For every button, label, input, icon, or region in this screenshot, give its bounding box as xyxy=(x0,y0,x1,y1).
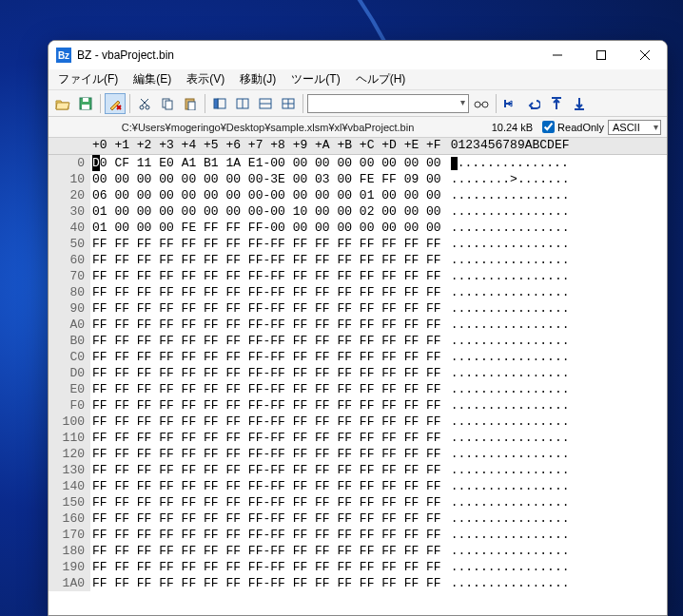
readonly-checkbox[interactable] xyxy=(542,121,555,133)
ascii-cell[interactable]: ................ xyxy=(441,333,570,349)
layout-grid-button[interactable] xyxy=(278,93,299,114)
menu-file[interactable]: ファイル(F) xyxy=(52,69,124,89)
bytes-cell[interactable]: 06 00 00 00 00 00 00 00-00 00 00 00 01 0… xyxy=(90,187,441,203)
hex-row[interactable]: 1A0FF FF FF FF FF FF FF FF-FF FF FF FF F… xyxy=(49,575,667,591)
bytes-cell[interactable]: 01 00 00 00 FE FF FF FF-00 00 00 00 00 0… xyxy=(90,220,441,236)
bytes-cell[interactable]: FF FF FF FF FF FF FF FF-FF FF FF FF FF F… xyxy=(90,397,441,414)
ascii-cell[interactable]: ................ xyxy=(441,559,570,575)
ascii-cell[interactable]: ............... xyxy=(441,155,569,171)
jump-start-button[interactable] xyxy=(500,93,521,114)
ascii-cell[interactable]: ................ xyxy=(441,236,570,252)
hex-row[interactable]: 150FF FF FF FF FF FF FF FF-FF FF FF FF F… xyxy=(49,494,667,510)
layout-split-h-button[interactable] xyxy=(232,93,253,114)
search-combo[interactable] xyxy=(307,94,469,113)
open-button[interactable] xyxy=(52,93,73,114)
bytes-cell[interactable]: FF FF FF FF FF FF FF FF-FF FF FF FF FF F… xyxy=(90,575,441,591)
ascii-cell[interactable]: ................ xyxy=(441,575,570,591)
bytes-cell[interactable]: FF FF FF FF FF FF FF FF-FF FF FF FF FF F… xyxy=(90,446,441,462)
bytes-cell[interactable]: FF FF FF FF FF FF FF FF-FF FF FF FF FF F… xyxy=(90,300,441,317)
menu-tool[interactable]: ツール(T) xyxy=(285,69,345,89)
copy-button[interactable] xyxy=(157,93,178,114)
bytes-cell[interactable]: 01 00 00 00 00 00 00 00-00 10 00 00 02 0… xyxy=(90,203,441,220)
ascii-cell[interactable]: ................ xyxy=(441,284,570,300)
maximize-button[interactable] xyxy=(579,41,623,69)
ascii-cell[interactable]: ................ xyxy=(441,430,570,446)
bytes-cell[interactable]: FF FF FF FF FF FF FF FF-FF FF FF FF FF F… xyxy=(90,527,441,543)
find-button[interactable] xyxy=(471,93,492,114)
bytes-cell[interactable]: FF FF FF FF FF FF FF FF-FF FF FF FF FF F… xyxy=(90,381,441,397)
bytes-cell[interactable]: 00 00 00 00 00 00 00 00-3E 00 03 00 FE F… xyxy=(90,171,441,187)
minimize-button[interactable] xyxy=(536,41,579,69)
hex-row[interactable]: C0FF FF FF FF FF FF FF FF-FF FF FF FF FF… xyxy=(49,349,667,365)
bytes-cell[interactable]: D0 CF 11 E0 A1 B1 1A E1-00 00 00 00 00 0… xyxy=(90,155,441,171)
encoding-select[interactable]: ASCII xyxy=(608,120,661,135)
bytes-cell[interactable]: FF FF FF FF FF FF FF FF-FF FF FF FF FF F… xyxy=(90,284,441,300)
hex-row[interactable]: 170FF FF FF FF FF FF FF FF-FF FF FF FF F… xyxy=(49,527,667,543)
bytes-cell[interactable]: FF FF FF FF FF FF FF FF-FF FF FF FF FF F… xyxy=(90,349,441,365)
hex-row[interactable]: A0FF FF FF FF FF FF FF FF-FF FF FF FF FF… xyxy=(49,317,667,333)
bytes-cell[interactable]: FF FF FF FF FF FF FF FF-FF FF FF FF FF F… xyxy=(90,414,441,430)
cut-button[interactable] xyxy=(134,93,155,114)
edit-mode-button[interactable] xyxy=(105,93,126,114)
paste-button[interactable] xyxy=(180,93,201,114)
ascii-cell[interactable]: ................ xyxy=(441,268,570,284)
ascii-cell[interactable]: ................ xyxy=(441,527,570,543)
bytes-cell[interactable]: FF FF FF FF FF FF FF FF-FF FF FF FF FF F… xyxy=(90,365,441,381)
hex-row[interactable]: F0FF FF FF FF FF FF FF FF-FF FF FF FF FF… xyxy=(49,397,667,414)
hex-row[interactable]: 2006 00 00 00 00 00 00 00-00 00 00 00 01… xyxy=(49,187,667,203)
title-bar[interactable]: Bz BZ - vbaProject.bin xyxy=(49,41,667,69)
bytes-cell[interactable]: FF FF FF FF FF FF FF FF-FF FF FF FF FF F… xyxy=(90,333,441,349)
hex-view[interactable]: 0D0 CF 11 E0 A1 B1 1A E1-00 00 00 00 00 … xyxy=(49,155,667,615)
hex-row[interactable]: 1000 00 00 00 00 00 00 00-3E 00 03 00 FE… xyxy=(49,171,667,187)
ascii-cell[interactable]: ................ xyxy=(441,365,570,381)
jump-back-button[interactable] xyxy=(523,93,544,114)
hex-row[interactable]: 130FF FF FF FF FF FF FF FF-FF FF FF FF F… xyxy=(49,462,667,478)
bytes-cell[interactable]: FF FF FF FF FF FF FF FF-FF FF FF FF FF F… xyxy=(90,462,441,478)
layout-single-button[interactable] xyxy=(209,93,230,114)
hex-row[interactable]: 50FF FF FF FF FF FF FF FF-FF FF FF FF FF… xyxy=(49,236,667,252)
ascii-cell[interactable]: ................ xyxy=(441,317,570,333)
hex-row[interactable]: 4001 00 00 00 FE FF FF FF-00 00 00 00 00… xyxy=(49,220,667,236)
hex-row[interactable]: D0FF FF FF FF FF FF FF FF-FF FF FF FF FF… xyxy=(49,365,667,381)
save-button[interactable] xyxy=(75,93,96,114)
ascii-cell[interactable]: ................ xyxy=(441,349,570,365)
bytes-cell[interactable]: FF FF FF FF FF FF FF FF-FF FF FF FF FF F… xyxy=(90,430,441,446)
readonly-toggle[interactable]: ReadOnly xyxy=(538,121,608,133)
jump-top-button[interactable] xyxy=(546,93,567,114)
hex-row[interactable]: E0FF FF FF FF FF FF FF FF-FF FF FF FF FF… xyxy=(49,381,667,397)
ascii-cell[interactable]: ................ xyxy=(441,510,570,527)
ascii-cell[interactable]: ................ xyxy=(441,187,570,203)
ascii-cell[interactable]: ................ xyxy=(441,397,570,414)
hex-row[interactable]: 0D0 CF 11 E0 A1 B1 1A E1-00 00 00 00 00 … xyxy=(49,155,667,171)
bytes-cell[interactable]: FF FF FF FF FF FF FF FF-FF FF FF FF FF F… xyxy=(90,252,441,268)
hex-row[interactable]: B0FF FF FF FF FF FF FF FF-FF FF FF FF FF… xyxy=(49,333,667,349)
hex-row[interactable]: 140FF FF FF FF FF FF FF FF-FF FF FF FF F… xyxy=(49,478,667,494)
hex-row[interactable]: 160FF FF FF FF FF FF FF FF-FF FF FF FF F… xyxy=(49,510,667,527)
ascii-cell[interactable]: ................ xyxy=(441,478,570,494)
layout-split-v-button[interactable] xyxy=(255,93,276,114)
hex-row[interactable]: 60FF FF FF FF FF FF FF FF-FF FF FF FF FF… xyxy=(49,252,667,268)
ascii-cell[interactable]: ................ xyxy=(441,414,570,430)
bytes-cell[interactable]: FF FF FF FF FF FF FF FF-FF FF FF FF FF F… xyxy=(90,268,441,284)
close-button[interactable] xyxy=(623,41,667,69)
hex-row[interactable]: 110FF FF FF FF FF FF FF FF-FF FF FF FF F… xyxy=(49,430,667,446)
bytes-cell[interactable]: FF FF FF FF FF FF FF FF-FF FF FF FF FF F… xyxy=(90,317,441,333)
hex-row[interactable]: 90FF FF FF FF FF FF FF FF-FF FF FF FF FF… xyxy=(49,300,667,317)
bytes-cell[interactable]: FF FF FF FF FF FF FF FF-FF FF FF FF FF F… xyxy=(90,510,441,527)
menu-move[interactable]: 移動(J) xyxy=(234,69,282,89)
ascii-cell[interactable]: ................ xyxy=(441,446,570,462)
ascii-cell[interactable]: ................ xyxy=(441,494,570,510)
menu-help[interactable]: ヘルプ(H) xyxy=(350,69,412,89)
ascii-cell[interactable]: ................ xyxy=(441,203,570,220)
bytes-cell[interactable]: FF FF FF FF FF FF FF FF-FF FF FF FF FF F… xyxy=(90,478,441,494)
ascii-cell[interactable]: ................ xyxy=(441,462,570,478)
ascii-cell[interactable]: ................ xyxy=(441,300,570,317)
menu-edit[interactable]: 編集(E) xyxy=(127,69,177,89)
jump-bottom-button[interactable] xyxy=(569,93,590,114)
menu-view[interactable]: 表示(V) xyxy=(181,69,230,89)
bytes-cell[interactable]: FF FF FF FF FF FF FF FF-FF FF FF FF FF F… xyxy=(90,559,441,575)
hex-row[interactable]: 190FF FF FF FF FF FF FF FF-FF FF FF FF F… xyxy=(49,559,667,575)
hex-row[interactable]: 180FF FF FF FF FF FF FF FF-FF FF FF FF F… xyxy=(49,543,667,559)
bytes-cell[interactable]: FF FF FF FF FF FF FF FF-FF FF FF FF FF F… xyxy=(90,236,441,252)
hex-row[interactable]: 80FF FF FF FF FF FF FF FF-FF FF FF FF FF… xyxy=(49,284,667,300)
